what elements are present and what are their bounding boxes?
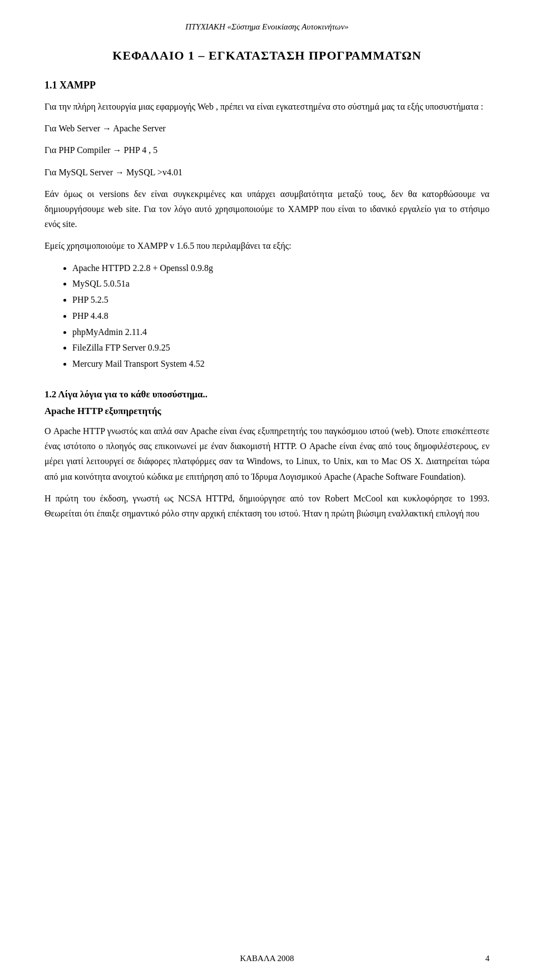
list-item: PHP 4.4.8 (72, 308, 490, 324)
mysql-server-arrow: → (115, 168, 126, 177)
list-item: PHP 5.2.5 (72, 292, 490, 308)
php-compiler-line: Για PHP Compiler → PHP 4 , 5 (44, 142, 490, 157)
list-item: Mercury Mail Transport System 4.52 (72, 356, 490, 372)
web-server-label: Για Web Server (44, 124, 100, 133)
section1-intro: Για την πλήρη λειτουργία μιας εφαρμογής … (44, 99, 490, 114)
apache-http-subtitle: Apache HTTP εξυπηρετητής (44, 406, 490, 417)
list-item: phpMyAdmin 2.11.4 (72, 324, 490, 341)
list-item: MySQL 5.0.51a (72, 276, 490, 292)
php-compiler-value: PHP 4 , 5 (124, 145, 158, 155)
web-server-line: Για Web Server → Apache Server (44, 121, 490, 136)
web-server-value: Apache Server (113, 124, 166, 133)
section1-para2: Εμείς χρησιμοποιούμε το XAMPP v 1.6.5 πο… (44, 238, 490, 253)
chapter-title: ΚΕΦΑΛΑΙΟ 1 – ΕΓΚΑΤΑΣΤΑΣΗ ΠΡΟΓΡΑΜΜΑΤΩΝ (44, 48, 490, 63)
document-header: ΠΤΥΧΙΑΚΗ «Σύστημα Ενοικίασης Αυτοκινήτων… (44, 22, 490, 32)
header-text: ΠΤΥΧΙΑΚΗ «Σύστημα Ενοικίασης Αυτοκινήτων… (185, 22, 349, 31)
list-item: Apache HTTPD 2.2.8 + Openssl 0.9.8g (72, 260, 490, 277)
php-compiler-label: Για PHP Compiler (44, 145, 111, 155)
web-server-arrow: → (102, 124, 113, 133)
list-item: FileZilla FTP Server 0.9.25 (72, 340, 490, 356)
mysql-server-line: Για MySQL Server → MySQL >v4.01 (44, 165, 490, 180)
section1-para1: Εάν όμως οι versions δεν είναι συγκεκριμ… (44, 186, 490, 232)
footer: ΚΑΒΑΛΑ 2008 (0, 954, 534, 963)
section2-title: 1.2 Λίγα λόγια για το κάθε υποσύστημα.. (44, 389, 490, 400)
footer-text: ΚΑΒΑΛΑ 2008 (240, 954, 294, 963)
xampp-components-list: Apache HTTPD 2.2.8 + Openssl 0.9.8g MySQ… (72, 260, 490, 373)
mysql-server-value: MySQL >v4.01 (126, 168, 182, 177)
mysql-server-label: Για MySQL Server (44, 168, 113, 177)
php-compiler-arrow: → (113, 145, 124, 155)
section1-title: 1.1 XAMPP (44, 80, 490, 91)
section2-para2: Η πρώτη του έκδοση, γνωστή ως NCSA HTTPd… (44, 491, 490, 521)
page: ΠΤΥΧΙΑΚΗ «Σύστημα Ενοικίασης Αυτοκινήτων… (0, 0, 534, 980)
page-number: 4 (486, 954, 490, 963)
section2-para1: Ο Apache HTTP γνωστός και απλά σαν Apach… (44, 423, 490, 484)
